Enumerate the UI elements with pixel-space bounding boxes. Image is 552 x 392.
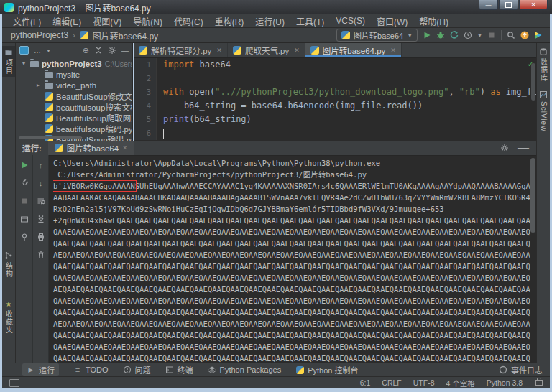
tree-item-file[interactable]: beautifulsoup编码.py	[16, 123, 132, 134]
down-icon[interactable]: ↓	[36, 178, 46, 188]
toolwindow-button-3[interactable]: 终端	[165, 364, 193, 375]
menu-item[interactable]: 窗口(W)	[372, 15, 413, 27]
run-tab[interactable]: 图片转base64 ✕	[48, 141, 134, 155]
hide-panel-icon[interactable]: —	[121, 47, 129, 55]
update-notification-icon[interactable]	[520, 31, 529, 39]
tree-root-row[interactable]: ▾pythonProject3C:\Users	[16, 58, 132, 69]
breadcrumb-project[interactable]: pythonProject3	[11, 30, 68, 40]
scroll-end-icon[interactable]	[36, 214, 46, 224]
run-button[interactable]	[423, 31, 431, 39]
code-line[interactable]: 2	[134, 72, 536, 85]
tree-item-folder[interactable]: mysite	[16, 69, 132, 80]
tree-item-file[interactable]: beautifulsoup搜索文档树	[16, 101, 132, 112]
menu-item[interactable]: 运行(U)	[250, 15, 290, 27]
menu-item[interactable]: 编辑(E)	[47, 15, 86, 27]
run-configuration-select[interactable]: 图片转base64 ▼	[336, 29, 418, 42]
editor-tab[interactable]: 解析特定部分.py✕	[134, 43, 228, 57]
tree-item-file[interactable]: BeautifulSoup修改文档树	[16, 90, 132, 101]
learn-plugin-icon[interactable]	[534, 31, 543, 39]
toolwindow-button-5[interactable]: Python 控制台	[295, 364, 358, 375]
chevron-down-icon[interactable]: ▼	[46, 48, 51, 53]
code-line[interactable]: 1import base64	[134, 58, 536, 72]
rerun-icon[interactable]	[19, 160, 29, 170]
gear-icon[interactable]	[500, 144, 509, 152]
close-icon[interactable]: ✕	[122, 144, 128, 151]
project-horizontal-scrollbar[interactable]	[19, 136, 82, 139]
status-file-encoding[interactable]: UTF-8	[413, 378, 435, 387]
console-scrollbar[interactable]	[530, 158, 535, 233]
toolwindow-button-0[interactable]: ▶运行	[22, 363, 59, 376]
star-icon: ★	[6, 301, 12, 308]
up-icon[interactable]: ↑	[36, 160, 46, 170]
gear-icon[interactable]	[108, 46, 116, 55]
chevron-down-icon[interactable]: ▾	[20, 60, 27, 67]
code-editor[interactable]: 1import base6423with open("..//pythonPro…	[134, 58, 536, 140]
debug-button[interactable]	[436, 31, 445, 39]
toolwindow-button-2[interactable]: 问题	[123, 364, 151, 375]
menu-item[interactable]: 视图(V)	[88, 15, 126, 27]
run-tab-label: 图片转base64	[67, 142, 119, 154]
menu-item[interactable]: 导航(N)	[128, 15, 167, 27]
code-line[interactable]: 5print(b64_string)	[134, 113, 536, 126]
status-indent-style[interactable]: 4 个空格	[446, 378, 475, 388]
chevron-right-icon[interactable]: ▸	[34, 82, 42, 88]
python-file-icon	[45, 92, 53, 101]
menu-item[interactable]: 重构(R)	[210, 15, 249, 27]
sidebar-item-project[interactable]: 项目	[2, 46, 15, 77]
menu-item[interactable]: 帮助(H)	[414, 15, 454, 27]
stop-icon[interactable]	[19, 196, 29, 206]
clear-icon[interactable]	[36, 250, 46, 260]
code-line[interactable]: 4 b64_string = base64.b64encode(img_file…	[134, 99, 536, 113]
code-line[interactable]: 3with open("..//pythonProject3/python_do…	[134, 85, 536, 99]
tree-item-file[interactable]: Beautifulsoup爬取网页.p	[16, 112, 132, 123]
stop-button[interactable]	[487, 31, 496, 39]
restore-layout-icon[interactable]	[19, 214, 29, 224]
settings-icon[interactable]	[19, 178, 29, 188]
toolwindow-button-4[interactable]: Python Packages	[208, 365, 282, 374]
collapse-all-icon[interactable]	[94, 46, 103, 55]
console-text: C:/Users/Administrator/PycharmProjects/p…	[53, 170, 367, 179]
pin-icon[interactable]	[19, 232, 29, 242]
toolwindow-button-1[interactable]: ≡TODO	[73, 365, 109, 374]
window-controls: — ✕	[479, 0, 548, 10]
breadcrumb: pythonProject3 › 图片转base64.py	[2, 29, 158, 42]
coverage-button[interactable]	[450, 31, 459, 39]
search-everywhere-icon[interactable]	[507, 31, 515, 39]
tree-item-folder[interactable]: ▸video_path	[16, 80, 132, 90]
breadcrumb-file[interactable]: 图片转base64.py	[93, 29, 158, 42]
status-line-separator[interactable]: CRLF	[382, 378, 401, 387]
menu-item[interactable]: VCS(S)	[331, 16, 370, 26]
menu-item[interactable]: 文件(F)	[8, 15, 46, 27]
close-icon[interactable]: ✕	[294, 47, 300, 54]
status-caret-position[interactable]: 6:1	[360, 378, 371, 387]
menu-item[interactable]: 工具(T)	[291, 15, 329, 27]
editor-tab[interactable]: 图片转base64.py✕	[305, 43, 402, 57]
locate-file-icon[interactable]: ⊕	[83, 47, 89, 55]
toolwindow-button-label: 终端	[178, 364, 193, 375]
print-icon[interactable]	[36, 232, 46, 242]
sidebar-item-structure[interactable]: 结构	[2, 251, 15, 278]
sidebar-item-database[interactable]: 数据库	[537, 47, 550, 82]
project-view-icon[interactable]	[19, 46, 29, 55]
project-view-dots[interactable]: …	[34, 47, 41, 55]
console-text: QAAEQAAEQAAEQAAEQAAEQAAEQAAEQAAEQAAEQAAE…	[53, 228, 530, 236]
toolwindow-button-event-log[interactable]: 事件日志	[499, 364, 543, 375]
close-icon[interactable]: ✕	[390, 47, 396, 54]
close-icon[interactable]: ✕	[216, 47, 222, 54]
minimize-button[interactable]: —	[479, 0, 498, 10]
console-output[interactable]: C:\Users\Administrator\AppData\Local\Pro…	[50, 155, 530, 363]
toggle-toolwindows-icon[interactable]	[9, 379, 19, 387]
code-line[interactable]: 6	[134, 126, 536, 140]
status-interpreter[interactable]: Python 3.8	[487, 378, 523, 387]
editor-scrollbar[interactable]	[531, 63, 535, 101]
soft-wrap-icon[interactable]	[36, 196, 46, 206]
menu-item[interactable]: 代码(C)	[169, 15, 208, 27]
lock-icon[interactable]	[535, 380, 543, 386]
sidebar-item-favorites[interactable]: ★ 收藏夹	[2, 301, 15, 334]
profiler-button[interactable]	[464, 31, 472, 39]
close-button[interactable]: ✕	[519, 0, 548, 10]
hide-panel-icon[interactable]: —	[518, 141, 529, 154]
sidebar-item-sciview[interactable]: SciView	[537, 90, 550, 131]
editor-tab[interactable]: 爬取天气.py✕	[228, 43, 305, 57]
maximize-button[interactable]	[499, 0, 518, 10]
